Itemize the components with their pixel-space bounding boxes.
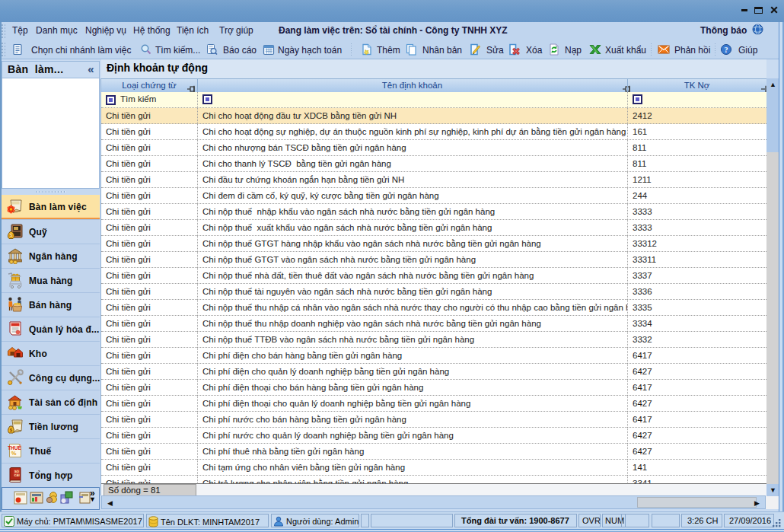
svg-text:CÁI: CÁI bbox=[14, 473, 19, 477]
svg-text:%: % bbox=[11, 450, 17, 457]
svg-text:?: ? bbox=[725, 46, 728, 54]
svg-text:S: S bbox=[10, 233, 13, 237]
